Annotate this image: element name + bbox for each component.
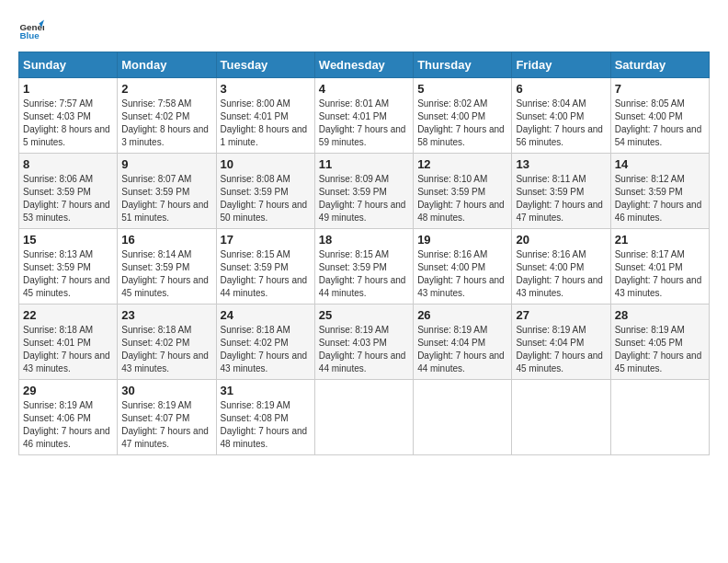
day-cell: 16Sunrise: 8:14 AMSunset: 3:59 PMDayligh…	[118, 229, 216, 304]
day-number: 26	[417, 308, 507, 322]
day-cell: 4Sunrise: 8:01 AMSunset: 4:01 PMDaylight…	[314, 78, 413, 154]
day-cell: 27Sunrise: 8:19 AMSunset: 4:04 PMDayligh…	[512, 304, 610, 380]
day-info: Sunrise: 8:14 AMSunset: 3:59 PMDaylight:…	[121, 248, 211, 300]
day-cell: 3Sunrise: 8:00 AMSunset: 4:01 PMDaylight…	[216, 78, 314, 154]
day-number: 23	[121, 308, 211, 322]
day-info: Sunrise: 8:19 AMSunset: 4:03 PMDaylight:…	[319, 324, 409, 375]
day-info: Sunrise: 8:02 AMSunset: 4:00 PMDaylight:…	[417, 98, 507, 149]
day-cell: 2Sunrise: 7:58 AMSunset: 4:02 PMDaylight…	[118, 78, 216, 154]
day-info: Sunrise: 8:13 AMSunset: 3:59 PMDaylight:…	[23, 248, 113, 300]
week-row-2: 8Sunrise: 8:06 AMSunset: 3:59 PMDaylight…	[19, 154, 710, 229]
day-cell: 5Sunrise: 8:02 AMSunset: 4:00 PMDaylight…	[414, 78, 512, 154]
week-row-3: 15Sunrise: 8:13 AMSunset: 3:59 PMDayligh…	[19, 229, 710, 304]
day-info: Sunrise: 8:18 AMSunset: 4:01 PMDaylight:…	[23, 324, 113, 375]
day-cell: 18Sunrise: 8:15 AMSunset: 3:59 PMDayligh…	[314, 229, 413, 304]
day-info: Sunrise: 8:19 AMSunset: 4:04 PMDaylight:…	[417, 324, 507, 375]
day-info: Sunrise: 8:01 AMSunset: 4:01 PMDaylight:…	[319, 98, 409, 149]
day-info: Sunrise: 8:12 AMSunset: 3:59 PMDaylight:…	[615, 173, 705, 224]
day-header-thursday: Thursday	[414, 52, 512, 78]
day-info: Sunrise: 8:17 AMSunset: 4:01 PMDaylight:…	[615, 248, 705, 300]
week-row-1: 1Sunrise: 7:57 AMSunset: 4:03 PMDaylight…	[19, 78, 710, 154]
page-header: General Blue	[18, 18, 710, 44]
day-number: 21	[615, 233, 705, 247]
day-info: Sunrise: 7:58 AMSunset: 4:02 PMDaylight:…	[121, 98, 211, 149]
day-number: 10	[221, 157, 311, 171]
day-number: 20	[516, 233, 606, 247]
day-cell: 10Sunrise: 8:08 AMSunset: 3:59 PMDayligh…	[216, 154, 314, 229]
day-info: Sunrise: 8:00 AMSunset: 4:01 PMDaylight:…	[221, 98, 311, 149]
day-number: 30	[121, 384, 211, 397]
day-header-sunday: Sunday	[19, 52, 118, 78]
day-info: Sunrise: 8:10 AMSunset: 3:59 PMDaylight:…	[417, 173, 507, 224]
day-number: 8	[23, 157, 113, 171]
week-row-5: 29Sunrise: 8:19 AMSunset: 4:06 PMDayligh…	[19, 380, 710, 455]
day-header-tuesday: Tuesday	[216, 52, 314, 78]
day-info: Sunrise: 8:04 AMSunset: 4:00 PMDaylight:…	[516, 98, 606, 149]
day-header-friday: Friday	[512, 52, 610, 78]
day-cell: 29Sunrise: 8:19 AMSunset: 4:06 PMDayligh…	[19, 380, 118, 455]
day-info: Sunrise: 8:07 AMSunset: 3:59 PMDaylight:…	[121, 173, 211, 224]
day-cell: 25Sunrise: 8:19 AMSunset: 4:03 PMDayligh…	[314, 304, 413, 380]
day-number: 6	[516, 82, 606, 96]
day-number: 22	[23, 308, 113, 322]
day-info: Sunrise: 8:18 AMSunset: 4:02 PMDaylight:…	[121, 324, 211, 375]
day-number: 3	[221, 82, 311, 96]
day-number: 11	[319, 157, 409, 171]
day-info: Sunrise: 8:15 AMSunset: 3:59 PMDaylight:…	[221, 248, 311, 300]
day-cell: 19Sunrise: 8:16 AMSunset: 4:00 PMDayligh…	[414, 229, 512, 304]
day-cell: 8Sunrise: 8:06 AMSunset: 3:59 PMDaylight…	[19, 154, 118, 229]
calendar-table: SundayMondayTuesdayWednesdayThursdayFrid…	[18, 52, 710, 455]
day-number: 28	[615, 308, 705, 322]
day-info: Sunrise: 8:19 AMSunset: 4:08 PMDaylight:…	[221, 399, 311, 451]
day-cell: 14Sunrise: 8:12 AMSunset: 3:59 PMDayligh…	[610, 154, 709, 229]
day-cell: 30Sunrise: 8:19 AMSunset: 4:07 PMDayligh…	[118, 380, 216, 455]
day-info: Sunrise: 8:11 AMSunset: 3:59 PMDaylight:…	[516, 173, 606, 224]
day-info: Sunrise: 8:19 AMSunset: 4:04 PMDaylight:…	[516, 324, 606, 375]
day-cell: 1Sunrise: 7:57 AMSunset: 4:03 PMDaylight…	[19, 78, 118, 154]
day-number: 25	[319, 308, 409, 322]
day-cell	[610, 380, 709, 455]
day-cell: 21Sunrise: 8:17 AMSunset: 4:01 PMDayligh…	[610, 229, 709, 304]
day-info: Sunrise: 8:16 AMSunset: 4:00 PMDaylight:…	[417, 248, 507, 300]
day-number: 24	[221, 308, 311, 322]
day-cell: 26Sunrise: 8:19 AMSunset: 4:04 PMDayligh…	[414, 304, 512, 380]
day-cell: 20Sunrise: 8:16 AMSunset: 4:00 PMDayligh…	[512, 229, 610, 304]
day-info: Sunrise: 8:18 AMSunset: 4:02 PMDaylight:…	[221, 324, 311, 375]
day-cell: 7Sunrise: 8:05 AMSunset: 4:00 PMDaylight…	[610, 78, 709, 154]
day-number: 1	[23, 82, 113, 96]
day-info: Sunrise: 8:09 AMSunset: 3:59 PMDaylight:…	[319, 173, 409, 224]
day-number: 15	[23, 233, 113, 247]
day-info: Sunrise: 8:16 AMSunset: 4:00 PMDaylight:…	[516, 248, 606, 300]
day-cell: 22Sunrise: 8:18 AMSunset: 4:01 PMDayligh…	[19, 304, 118, 380]
day-info: Sunrise: 8:05 AMSunset: 4:00 PMDaylight:…	[615, 98, 705, 149]
day-number: 2	[121, 82, 211, 96]
logo-icon: General Blue	[18, 18, 44, 44]
day-number: 19	[417, 233, 507, 247]
day-header-wednesday: Wednesday	[314, 52, 413, 78]
svg-text:Blue: Blue	[19, 30, 40, 40]
day-number: 17	[221, 233, 311, 247]
day-cell: 13Sunrise: 8:11 AMSunset: 3:59 PMDayligh…	[512, 154, 610, 229]
day-cell	[314, 380, 413, 455]
day-header-saturday: Saturday	[610, 52, 709, 78]
day-number: 7	[615, 82, 705, 96]
day-info: Sunrise: 7:57 AMSunset: 4:03 PMDaylight:…	[23, 98, 113, 149]
day-number: 4	[319, 82, 409, 96]
day-number: 12	[417, 157, 507, 171]
day-cell	[414, 380, 512, 455]
day-info: Sunrise: 8:06 AMSunset: 3:59 PMDaylight:…	[23, 173, 113, 224]
day-info: Sunrise: 8:19 AMSunset: 4:05 PMDaylight:…	[615, 324, 705, 375]
logo: General Blue	[18, 18, 48, 44]
day-header-monday: Monday	[118, 52, 216, 78]
day-info: Sunrise: 8:19 AMSunset: 4:07 PMDaylight:…	[121, 399, 211, 451]
day-number: 14	[615, 157, 705, 171]
day-cell: 6Sunrise: 8:04 AMSunset: 4:00 PMDaylight…	[512, 78, 610, 154]
day-cell: 28Sunrise: 8:19 AMSunset: 4:05 PMDayligh…	[610, 304, 709, 380]
day-number: 18	[319, 233, 409, 247]
day-cell: 23Sunrise: 8:18 AMSunset: 4:02 PMDayligh…	[118, 304, 216, 380]
day-cell: 31Sunrise: 8:19 AMSunset: 4:08 PMDayligh…	[216, 380, 314, 455]
day-number: 13	[516, 157, 606, 171]
day-cell: 24Sunrise: 8:18 AMSunset: 4:02 PMDayligh…	[216, 304, 314, 380]
day-info: Sunrise: 8:08 AMSunset: 3:59 PMDaylight:…	[221, 173, 311, 224]
day-cell: 15Sunrise: 8:13 AMSunset: 3:59 PMDayligh…	[19, 229, 118, 304]
